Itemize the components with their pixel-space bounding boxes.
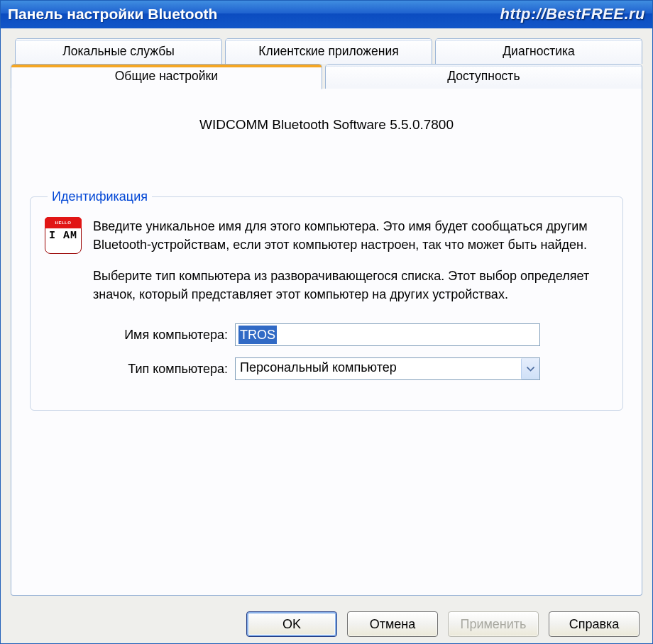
computer-type-value: Персональный компьютер xyxy=(236,358,521,379)
identification-body: HELLO I AM Введите уникальное имя для эт… xyxy=(45,217,608,316)
tab-diagnostics[interactable]: Диагностика xyxy=(435,38,642,64)
help-button[interactable]: Справка xyxy=(549,611,640,637)
tab-row-lower: Общие настройки Доступность xyxy=(11,64,642,89)
identification-text: Введите уникальное имя для этого компьют… xyxy=(93,217,608,316)
bluetooth-settings-window: Панель настройки Bluetooth http://BestFR… xyxy=(0,0,653,644)
tab-label: Локальные службы xyxy=(62,44,175,59)
ok-button[interactable]: OK xyxy=(246,611,337,637)
computer-name-label: Имя компьютера: xyxy=(93,328,228,343)
description-2: Выберите тип компьютера из разворачивающ… xyxy=(93,267,608,304)
tab-label: Доступность xyxy=(447,69,520,84)
apply-button[interactable]: Применить xyxy=(448,611,539,637)
dialog-button-bar: OK Отмена Применить Справка xyxy=(1,606,652,643)
computer-name-value: TROS xyxy=(238,326,277,344)
computer-type-select[interactable]: Персональный компьютер xyxy=(235,357,540,380)
tab-row-upper: Локальные службы Клиентские приложения Д… xyxy=(15,38,642,64)
watermark-url: http://BestFREE.ru xyxy=(500,5,645,23)
chevron-down-icon[interactable] xyxy=(521,358,539,379)
identification-group: Идентификация HELLO I AM Введите уникаль… xyxy=(30,189,623,411)
group-legend: Идентификация xyxy=(48,189,152,204)
tab-panel-general: WIDCOMM Bluetooth Software 5.5.0.7800 Ид… xyxy=(11,89,642,596)
computer-name-input[interactable]: TROS xyxy=(235,323,540,346)
computer-type-label: Тип компьютера: xyxy=(93,362,228,377)
tab-accessibility[interactable]: Доступность xyxy=(325,64,642,89)
tab-label: Клиентские приложения xyxy=(258,44,398,59)
name-tag-icon: HELLO I AM xyxy=(45,217,82,254)
row-computer-type: Тип компьютера: Персональный компьютер xyxy=(93,357,608,380)
tab-control: Локальные службы Клиентские приложения Д… xyxy=(11,38,642,596)
tab-local-services[interactable]: Локальные службы xyxy=(15,38,222,64)
tab-label: Диагностика xyxy=(503,44,574,59)
content-area: Локальные службы Клиентские приложения Д… xyxy=(1,28,652,606)
software-version: WIDCOMM Bluetooth Software 5.5.0.7800 xyxy=(30,117,623,133)
tab-client-apps[interactable]: Клиентские приложения xyxy=(225,38,432,64)
row-computer-name: Имя компьютера: TROS xyxy=(93,323,608,346)
description-1: Введите уникальное имя для этого компьют… xyxy=(93,217,608,254)
form-rows: Имя компьютера: TROS Тип компьютера: Пер… xyxy=(93,323,608,380)
titlebar: Панель настройки Bluetooth http://BestFR… xyxy=(1,1,652,28)
tab-label: Общие настройки xyxy=(115,69,218,84)
window-title: Панель настройки Bluetooth xyxy=(8,6,217,23)
tab-general-settings[interactable]: Общие настройки xyxy=(11,64,322,89)
cancel-button[interactable]: Отмена xyxy=(347,611,438,637)
